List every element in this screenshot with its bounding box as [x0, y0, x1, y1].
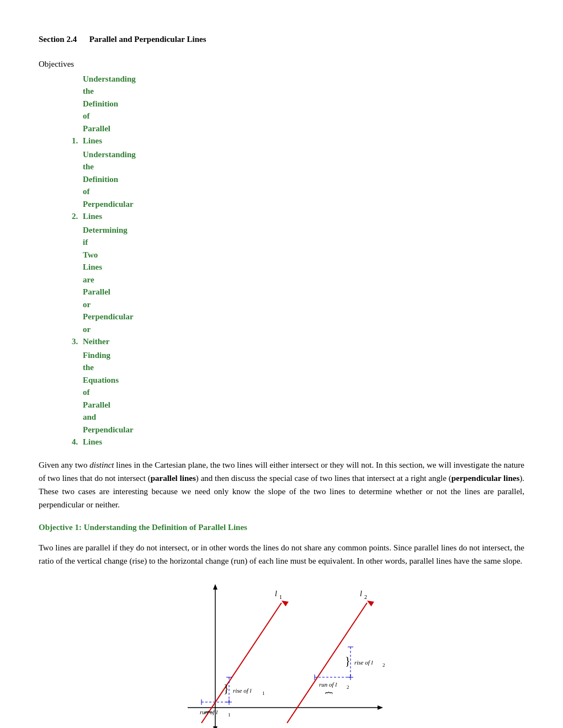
section-number: Section 2.4 [39, 35, 77, 44]
parallel-lines-svg: l 1 rise of l 1 run of l 1 l 2 rise of l… [155, 575, 408, 728]
svg-text:2: 2 [383, 662, 385, 668]
svg-text:2: 2 [347, 684, 349, 690]
svg-text:1: 1 [279, 594, 282, 600]
intro-paragraph: Given any two distinct lines in the Cart… [39, 458, 524, 511]
objective-item-4: 4.Finding the Equations of Parallel and … [72, 349, 524, 448]
svg-text:1: 1 [262, 690, 265, 696]
svg-text:l: l [360, 590, 362, 598]
objective-item-2: 2.Understanding the Definition of Perpen… [72, 148, 524, 223]
svg-text:rise of l: rise of l [233, 687, 252, 694]
svg-text:}: } [204, 710, 213, 714]
section-spacer [79, 35, 87, 44]
parallel-lines-diagram: l 1 rise of l 1 run of l 1 l 2 rise of l… [39, 575, 524, 728]
svg-line-5 [201, 603, 282, 723]
svg-marker-1 [213, 584, 217, 590]
svg-text:1: 1 [228, 712, 231, 718]
svg-text:l: l [275, 590, 277, 598]
objective-item-3: 3.Determining if Two Lines are Parallel … [72, 224, 524, 348]
obj1-text: Two lines are parallel if they do not in… [39, 541, 524, 568]
objectives-list: 1.Understanding the Definition of Parall… [39, 73, 524, 448]
objectives-label: Objectives [39, 58, 524, 71]
obj1-heading: Objective 1: Understanding the Definitio… [39, 521, 524, 534]
svg-text:run of l: run of l [319, 681, 337, 688]
svg-text:rise of l: rise of l [354, 659, 373, 666]
section-title: Parallel and Perpendicular Lines [89, 35, 206, 44]
svg-marker-4 [378, 705, 383, 710]
section-header: Section 2.4 Parallel and Perpendicular L… [39, 33, 524, 46]
svg-text:}: } [224, 682, 229, 694]
svg-text:}: } [324, 690, 333, 695]
objective-item-1: 1.Understanding the Definition of Parall… [72, 73, 524, 147]
svg-text:}: } [345, 655, 350, 667]
svg-text:2: 2 [364, 594, 367, 600]
